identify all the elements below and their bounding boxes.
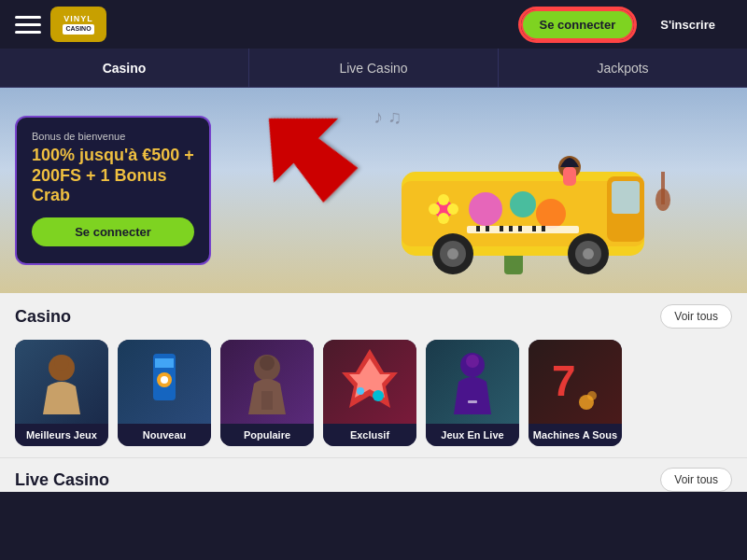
tab-live-casino[interactable]: Live Casino <box>249 49 499 87</box>
category-populaire-label: Populaire <box>220 424 314 446</box>
svg-point-25 <box>438 213 449 224</box>
svg-rect-39 <box>261 391 273 410</box>
svg-rect-20 <box>542 226 545 231</box>
svg-point-23 <box>429 203 440 215</box>
svg-rect-13 <box>467 226 579 233</box>
category-live-image <box>426 340 519 424</box>
svg-text:7: 7 <box>552 357 576 405</box>
svg-point-36 <box>161 376 168 384</box>
svg-rect-16 <box>500 226 503 231</box>
svg-rect-15 <box>486 226 489 231</box>
category-populaire[interactable]: Populaire <box>220 340 314 446</box>
category-meilleurs-label: Meilleurs Jeux <box>15 424 108 446</box>
category-exclusif-image <box>323 340 416 424</box>
svg-point-22 <box>438 194 449 205</box>
tab-casino[interactable]: Casino <box>0 49 249 87</box>
bonus-title: 100% jusqu'à €500 + 200FS + 1 Bonus Crab <box>32 146 194 206</box>
hero-connect-button[interactable]: Se connecter <box>32 217 194 246</box>
nav-tabs: Casino Live Casino Jackpots <box>0 49 747 88</box>
svg-rect-29 <box>661 172 665 204</box>
svg-rect-34 <box>155 358 174 368</box>
game-categories: Meilleurs Jeux Nouveau <box>15 340 732 446</box>
casino-section: Casino Voir tous Meilleurs Jeux <box>0 293 747 457</box>
svg-point-9 <box>583 248 594 259</box>
category-live[interactable]: Jeux En Live <box>426 340 519 446</box>
svg-point-43 <box>357 387 364 395</box>
svg-rect-17 <box>509 226 513 231</box>
header: VINYL CASINO Se connecter S'inscrire <box>0 0 747 49</box>
hamburger-menu[interactable] <box>15 11 41 37</box>
category-nouveau-label: Nouveau <box>118 424 211 446</box>
category-exclusif-label: Exclusif <box>323 424 416 446</box>
category-nouveau-image <box>118 340 211 424</box>
casino-section-header: Casino Voir tous <box>15 304 732 329</box>
svg-point-12 <box>536 199 566 229</box>
live-casino-section-title: Live Casino <box>15 470 109 490</box>
svg-rect-46 <box>468 400 477 403</box>
bonus-subtitle: Bonus de bienvenue <box>32 131 194 142</box>
casino-section-title: Casino <box>15 307 71 327</box>
svg-point-24 <box>447 203 458 215</box>
category-live-label: Jeux En Live <box>426 424 519 446</box>
svg-rect-19 <box>532 226 536 231</box>
category-populaire-image <box>220 340 314 424</box>
header-right: Se connecter S'inscrire <box>521 9 732 40</box>
svg-point-42 <box>373 390 384 401</box>
van-illustration <box>392 116 691 284</box>
svg-point-32 <box>54 356 69 371</box>
svg-point-6 <box>447 248 458 259</box>
register-button[interactable]: S'inscrire <box>643 11 732 38</box>
svg-point-10 <box>469 192 502 226</box>
live-casino-section-header: Live Casino Voir tous <box>15 468 732 492</box>
category-machines-label: Machines A Sous <box>529 424 622 446</box>
live-voir-tous-button[interactable]: Voir tous <box>660 468 732 492</box>
svg-point-45 <box>466 355 479 368</box>
tab-jackpots[interactable]: Jackpots <box>499 49 747 87</box>
casino-voir-tous-button[interactable]: Voir tous <box>660 304 732 329</box>
svg-point-38 <box>260 356 275 371</box>
svg-point-49 <box>587 391 597 400</box>
category-meilleurs-image <box>15 340 108 424</box>
logo-vinyl-text: VINYL <box>63 14 93 24</box>
live-casino-section: Live Casino Voir tous <box>0 457 747 492</box>
logo-casino-text: CASINO <box>63 24 93 34</box>
category-exclusif[interactable]: Exclusif <box>323 340 416 446</box>
category-machines-image: 7 <box>529 340 622 424</box>
category-nouveau[interactable]: Nouveau <box>118 340 211 446</box>
category-meilleurs[interactable]: Meilleurs Jeux <box>15 340 108 446</box>
svg-rect-18 <box>518 226 522 231</box>
logo[interactable]: VINYL CASINO <box>50 7 106 42</box>
header-left: VINYL CASINO <box>15 7 106 42</box>
svg-rect-14 <box>476 226 480 231</box>
bonus-card: Bonus de bienvenue 100% jusqu'à €500 + 2… <box>15 116 211 265</box>
svg-rect-3 <box>612 181 640 214</box>
svg-point-11 <box>510 191 536 217</box>
connect-button[interactable]: Se connecter <box>521 9 635 40</box>
svg-rect-27 <box>563 167 576 186</box>
hero-banner: ♪ ♫ <box>0 88 747 293</box>
category-machines[interactable]: 7 Machines A Sous <box>529 340 622 446</box>
